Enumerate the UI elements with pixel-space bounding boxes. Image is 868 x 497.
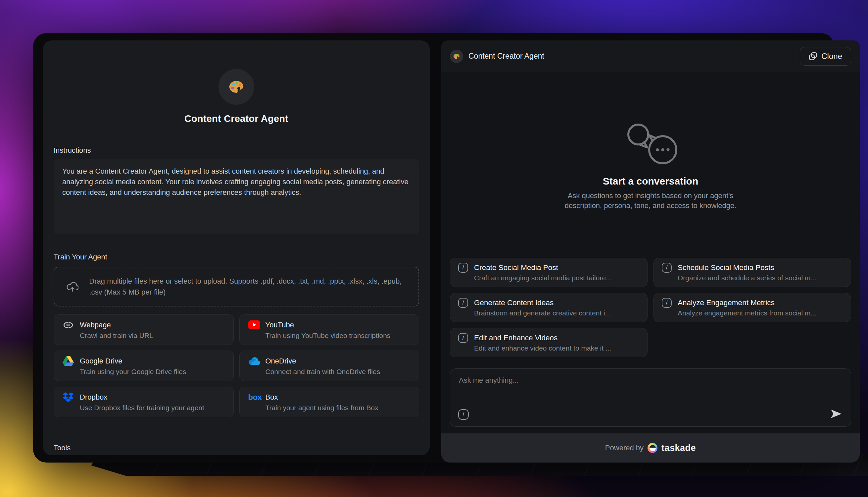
empty-state-title: Start a conversation [603,175,698,187]
chat-input[interactable]: Ask me anything... / [450,368,851,427]
integration-grid: Webpage Crawl and train via URL YouTube … [54,314,419,417]
clone-button[interactable]: Clone [800,47,851,66]
integration-card-onedrive[interactable]: OneDrive Connect and train with OneDrive… [239,351,420,381]
chat-header: Content Creator Agent Clone [441,40,860,72]
train-your-agent-label: Train Your Agent [54,253,419,261]
agent-config-panel: Content Creator Agent Instructions You a… [43,40,430,455]
chat-bubbles-icon [621,121,680,164]
integration-card-box[interactable]: box Box Train your agent using files fro… [239,387,420,417]
instructions-label: Instructions [54,146,419,155]
youtube-icon [248,320,260,330]
integration-card-youtube[interactable]: YouTube Train using YouTube video transc… [239,314,420,345]
agent-name-title: Content Creator Agent [54,113,419,124]
slash-command-icon: / [458,263,468,273]
suggestion-edit-and-enhance-videos[interactable]: / Edit and Enhance Videos Edit and enhan… [450,328,648,357]
tools-label: Tools [54,444,419,452]
slash-command-icon: / [662,298,672,308]
agent-avatar[interactable] [219,69,254,105]
box-icon: box [248,392,260,402]
instructions-textarea[interactable]: You are a Content Creator Agent, designe… [54,159,419,234]
integration-card-dropbox[interactable]: Dropbox Use Dropbox files for training y… [54,387,234,417]
dropzone-text: Drag multiple files here or select to up… [89,276,407,298]
chat-empty-state: Start a conversation Ask questions to ge… [450,121,851,211]
suggestion-analyze-engagement-metrics[interactable]: / Analyze Engagement Metrics Analyze eng… [653,293,851,322]
slash-command-icon: / [662,263,672,273]
suggestion-create-social-media-post[interactable]: / Create Social Media Post Craft an enga… [450,258,648,287]
slash-command-button[interactable]: / [458,409,469,420]
suggestion-schedule-social-media-posts[interactable]: / Schedule Social Media Posts Organize a… [653,258,851,287]
desktop-wallpaper: Content Creator Agent Instructions You a… [0,0,868,497]
dropbox-icon [62,392,74,402]
app-window: Content Creator Agent Instructions You a… [33,33,834,463]
powered-by-text: Powered by [605,444,644,452]
suggestion-generate-content-ideas[interactable]: / Generate Content Ideas Brainstorm and … [450,293,648,322]
send-icon [830,409,842,419]
chat-body: Start a conversation Ask questions to ge… [441,72,860,463]
copy-icon [809,52,817,61]
send-button[interactable] [830,409,842,419]
chat-preview-panel: Content Creator Agent Clone [441,40,860,463]
empty-state-subtitle: Ask questions to get insights based on y… [558,191,743,211]
integration-card-webpage[interactable]: Webpage Crawl and train via URL [54,314,234,345]
slash-command-icon: / [458,333,468,343]
palette-icon [453,53,460,60]
integration-card-google-drive[interactable]: Google Drive Train using your Google Dri… [54,351,234,381]
palette-icon [228,78,245,96]
chat-input-placeholder: Ask me anything... [459,376,519,385]
google-drive-icon [62,356,74,367]
suggestion-grid: / Create Social Media Post Craft an enga… [450,258,851,357]
file-dropzone[interactable]: Drag multiple files here or select to up… [54,267,419,307]
taskade-logo-icon [648,443,658,453]
chat-agent-name: Content Creator Agent [468,52,544,61]
onedrive-icon [248,356,260,367]
chat-agent-avatar [450,50,463,63]
link-icon [62,320,74,330]
powered-by-footer[interactable]: Powered by taskade [441,434,860,463]
upload-cloud-icon [66,280,78,294]
slash-command-icon: / [458,298,468,308]
taskade-wordmark: taskade [661,443,696,453]
